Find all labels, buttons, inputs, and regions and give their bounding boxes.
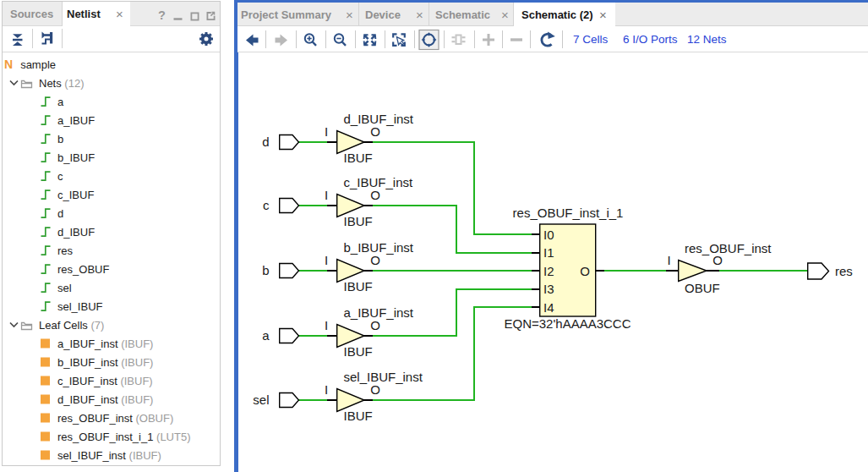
svg-text:d: d (262, 134, 269, 149)
svg-text:a_IBUF_inst: a_IBUF_inst (344, 305, 414, 320)
svg-text:O: O (370, 253, 380, 267)
svg-text:sel: sel (253, 392, 269, 407)
svg-text:IBUF: IBUF (344, 409, 373, 423)
svg-text:O: O (370, 188, 380, 202)
svg-text:I4: I4 (543, 300, 554, 315)
svg-text:res: res (835, 264, 853, 278)
svg-text:c_IBUF_inst: c_IBUF_inst (344, 175, 414, 189)
svg-text:OBUF: OBUF (685, 281, 720, 295)
svg-text:I2: I2 (543, 264, 554, 278)
svg-text:O: O (580, 264, 590, 278)
svg-text:I3: I3 (543, 282, 554, 296)
svg-text:I: I (325, 253, 328, 267)
svg-text:I: I (325, 382, 328, 397)
svg-text:d_IBUF_inst: d_IBUF_inst (344, 112, 414, 126)
svg-text:EQN=32'hAAAA3CCC: EQN=32'hAAAA3CCC (504, 316, 631, 331)
svg-text:b_IBUF_inst: b_IBUF_inst (344, 240, 414, 255)
svg-text:a: a (262, 328, 270, 343)
svg-text:I: I (325, 318, 328, 332)
svg-text:res_OBUF_inst: res_OBUF_inst (685, 241, 772, 255)
svg-text:O: O (370, 124, 380, 139)
svg-text:c: c (263, 198, 270, 212)
svg-text:I0: I0 (543, 228, 554, 242)
svg-text:12 Nets: 12 Nets (687, 33, 727, 46)
svg-text:O: O (370, 318, 380, 332)
svg-text:O: O (370, 382, 380, 397)
svg-text:IBUF: IBUF (344, 344, 373, 359)
svg-text:7 Cells: 7 Cells (573, 33, 609, 46)
svg-text:I: I (325, 124, 328, 139)
svg-text:I: I (325, 188, 328, 202)
svg-text:res_OBUF_inst_i_1: res_OBUF_inst_i_1 (513, 206, 624, 220)
svg-text:b: b (262, 263, 269, 277)
svg-text:?: ? (158, 8, 166, 22)
svg-text:6 I/O Ports: 6 I/O Ports (623, 33, 678, 46)
svg-text:IBUF: IBUF (344, 214, 373, 228)
svg-text:IBUF: IBUF (344, 151, 373, 165)
svg-text:I: I (667, 253, 670, 267)
svg-text:IBUF: IBUF (344, 279, 373, 294)
svg-text:sel_IBUF_inst: sel_IBUF_inst (344, 370, 423, 384)
svg-text:I1: I1 (543, 245, 554, 260)
